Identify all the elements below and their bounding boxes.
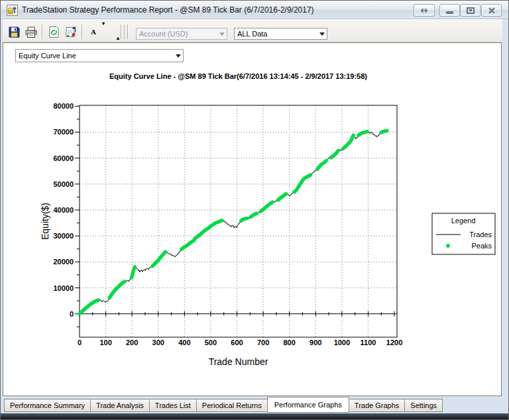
toolbar-separator (121, 25, 121, 39)
x-axis: 0100200300400500600700800900100011001200 (78, 311, 402, 346)
report-content: Equity Curve Line Equity Curve Line - @S… (3, 42, 502, 396)
tab-performance-graphs[interactable]: Performance Graphs (267, 397, 349, 413)
toolbar-separator (42, 25, 42, 39)
minimize-button[interactable] (439, 4, 460, 17)
undock-button[interactable] (414, 4, 435, 17)
chevron-down-icon (174, 50, 183, 62)
x-tick-label: 900 (310, 339, 321, 346)
toolbar-separator (82, 25, 82, 39)
x-tick-label: 1200 (386, 339, 402, 346)
minimize-icon (446, 11, 453, 14)
x-tick-label: 400 (178, 339, 190, 346)
y-tick-label: 50000 (53, 180, 74, 188)
legend-title: Legend (451, 217, 476, 225)
toolbar-separator (124, 25, 125, 39)
y-axis-title: Equity($) (40, 203, 50, 240)
data-range-combobox-value: ALL Data (237, 30, 267, 38)
arrow-up-icon: ▴ (117, 35, 119, 41)
chart-legend: LegendTradesPeaks (432, 213, 495, 254)
tab-trade-graphs[interactable]: Trade Graphs (349, 399, 405, 412)
restore-button[interactable] (460, 4, 481, 17)
x-tick-label: 300 (152, 339, 164, 346)
print-button[interactable] (24, 25, 38, 39)
report-tabstrip: Performance SummaryTrade AnalysisTrades … (5, 399, 443, 413)
arrow-down-icon: ▾ (102, 21, 105, 26)
y-tick-label: 20000 (53, 258, 74, 266)
x-tick-label: 600 (231, 339, 243, 346)
y-tick-label: 0 (70, 310, 74, 318)
y-tick-label: 40000 (53, 206, 74, 214)
x-tick-label: 800 (284, 339, 296, 346)
legend-dot-sample (446, 244, 450, 248)
refresh-button[interactable] (46, 25, 61, 39)
decrease-font-button[interactable]: A▾ (86, 25, 101, 39)
tradestation-report-window: TradeStation Strategy Performance Report… (0, 0, 509, 420)
y-tick-label: 60000 (53, 154, 74, 162)
tab-performance-summary[interactable]: Performance Summary (4, 399, 91, 412)
chevron-down-icon (317, 28, 327, 39)
account-combobox-value: Account (USD) (139, 30, 188, 38)
y-tick-label: 10000 (53, 284, 74, 292)
restore-icon (467, 7, 475, 14)
x-tick-label: 500 (205, 339, 217, 346)
print-icon (25, 26, 38, 38)
legend-label-peaks: Peaks (471, 242, 492, 250)
x-tick-label: 100 (99, 339, 111, 346)
x-tick-label: 700 (257, 339, 269, 346)
save-button[interactable] (7, 25, 21, 39)
tab-periodical-returns[interactable]: Periodical Returns (196, 399, 268, 412)
x-tick-label: 1100 (361, 339, 376, 346)
graph-type-combobox[interactable]: Equity Curve Line (15, 49, 184, 62)
close-icon (488, 7, 496, 14)
refresh-icon (48, 26, 60, 38)
x-tick-label: 0 (78, 339, 82, 346)
toolbar-separator (127, 25, 128, 39)
customize-report-icon (64, 26, 78, 38)
x-tick-label: 200 (126, 339, 138, 346)
y-axis: 0100002000030000400005000060000700008000… (53, 102, 80, 327)
title-bar: TradeStation Strategy Performance Report… (1, 1, 509, 19)
graph-type-combobox-value: Equity Curve Line (19, 52, 76, 60)
chart-title: Equity Curve Line - @SM 89 Tick Bar(6/7/… (80, 72, 397, 80)
chevron-down-icon (217, 28, 227, 39)
undock-icon (418, 7, 430, 14)
save-icon (8, 26, 21, 38)
window-bottom-edge (1, 413, 509, 419)
y-tick-label: 70000 (53, 128, 74, 136)
x-tick-label: 1000 (334, 339, 350, 346)
account-combobox[interactable]: Account (USD) (136, 28, 227, 40)
tab-trade-analysis[interactable]: Trade Analysis (90, 399, 150, 412)
toolbar: A▾ A▴ Account (USD) ALL Data (3, 19, 502, 42)
customize-report-button[interactable] (64, 25, 78, 39)
y-tick-label: 30000 (53, 232, 74, 240)
tab-settings[interactable]: Settings (404, 399, 443, 412)
y-tick-label: 80000 (53, 102, 74, 110)
close-button[interactable] (481, 4, 502, 17)
window-title: TradeStation Strategy Performance Report… (22, 5, 314, 15)
equity-curve-chart: 0100002000030000400005000060000700008000… (3, 43, 501, 395)
tab-trades-list[interactable]: Trades List (149, 399, 197, 412)
x-axis-title: Trade Number (209, 356, 268, 367)
tradestation-report-icon (7, 5, 18, 16)
legend-label-trades: Trades (469, 231, 492, 238)
data-range-combobox[interactable]: ALL Data (234, 28, 327, 40)
